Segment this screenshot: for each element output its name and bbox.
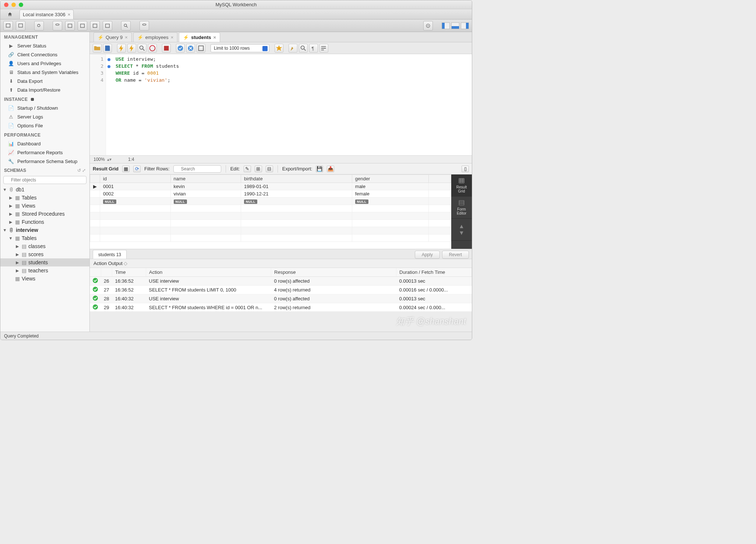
table-row[interactable]: 0002vivian1990-12-21female (90, 190, 451, 198)
nav-item-status-and-system-variables[interactable]: 🖥Status and System Variables (0, 68, 89, 77)
toggle-left-panel-button[interactable] (442, 22, 450, 29)
action-output-row[interactable]: 2916:40:32SELECT * FROM students WHERE i… (90, 303, 472, 312)
execute-current-button[interactable] (127, 44, 136, 53)
nav-item-server-logs[interactable]: ⚠Server Logs (0, 112, 89, 121)
nav-item-startup-shutdown[interactable]: 📄Startup / Shutdown (0, 103, 89, 112)
action-output-select[interactable]: Action Output (93, 261, 127, 266)
close-icon[interactable]: × (125, 35, 128, 40)
explain-button[interactable] (138, 44, 146, 53)
new-sql-tab-button[interactable] (3, 21, 13, 31)
db1-tables[interactable]: ▶▦Tables (0, 194, 89, 202)
action-output-row[interactable]: 2616:36:52USE interview0 row(s) affected… (90, 277, 472, 286)
dock-scroll[interactable]: ▲▼ (451, 219, 472, 241)
action-output-table[interactable]: TimeActionResponseDuration / Fetch Time2… (90, 268, 472, 311)
tab-employees[interactable]: ⚡employees× (133, 32, 177, 42)
minimize-window-button[interactable] (11, 3, 16, 7)
search-table-data-button[interactable] (121, 21, 131, 31)
interview-views-folder[interactable]: ▦Views (0, 275, 89, 283)
export-icon[interactable]: 💾 (316, 166, 323, 172)
action-output-row[interactable]: 2816:40:32USE interview0 row(s) affected… (90, 294, 472, 303)
create-schema-button[interactable] (53, 21, 62, 31)
toggle-bottom-panel-button[interactable] (451, 22, 459, 29)
result-grid[interactable]: idnamebirthdategender▶0001kevin1989-01-0… (90, 174, 451, 249)
nav-item-performance-reports[interactable]: 📈Performance Reports (0, 148, 89, 157)
row-limit-select[interactable]: Limit to 1000 rows (211, 44, 269, 52)
svg-rect-22 (459, 201, 464, 205)
connection-tab[interactable]: Local instance 3306 × (20, 10, 74, 19)
action-output-row[interactable]: 2716:36:52SELECT * FROM students LIMIT 0… (90, 286, 472, 294)
interview-tables-folder[interactable]: ▼▦Tables (0, 234, 89, 242)
find-button[interactable] (299, 44, 308, 53)
zoom-window-button[interactable] (19, 3, 23, 7)
import-icon[interactable]: 📥 (327, 166, 334, 172)
close-icon[interactable]: × (171, 35, 174, 40)
beautify-button[interactable] (289, 44, 297, 53)
nav-item-options-file[interactable]: 📄Options File (0, 121, 89, 130)
open-file-button[interactable] (93, 44, 102, 53)
table-row[interactable]: ▶0001kevin1989-01-01male (90, 183, 451, 190)
db1-stored-procedures[interactable]: ▶▦Stored Procedures (0, 210, 89, 218)
create-table-button[interactable] (65, 21, 75, 31)
result-tab[interactable]: students 13 (93, 250, 127, 259)
reconnect-button[interactable] (139, 21, 149, 31)
save-file-button[interactable] (103, 44, 112, 53)
table-row[interactable]: NULLNULLNULLNULL (90, 198, 451, 205)
settings-button[interactable] (423, 21, 433, 31)
wrap-button[interactable] (319, 44, 328, 53)
commit-button[interactable] (176, 44, 185, 53)
refresh-icon[interactable]: ⟳ (133, 166, 141, 172)
wrap-cell-icon[interactable]: ▯ (462, 166, 469, 172)
table-students[interactable]: ▶▤students (0, 258, 89, 266)
nav-item-server-status[interactable]: ▶Server Status (0, 41, 89, 50)
table-teachers[interactable]: ▶▤teachers (0, 266, 89, 275)
close-icon[interactable]: × (68, 12, 71, 17)
tab-students[interactable]: ⚡students× (179, 32, 220, 42)
svg-rect-1 (19, 24, 23, 27)
favorite-button[interactable] (275, 44, 283, 53)
schema-tools-icons[interactable]: ↺ ⤢ (77, 168, 86, 173)
toggle-autocommit-button[interactable] (162, 44, 171, 53)
close-window-button[interactable] (4, 3, 8, 7)
sql-editor[interactable]: 1234 USE interview; SELECT * FROM studen… (90, 54, 472, 155)
close-icon[interactable]: × (213, 35, 216, 40)
svg-rect-12 (31, 98, 34, 101)
nav-item-dashboard[interactable]: 📊Dashboard (0, 139, 89, 148)
nav-item-users-and-privileges[interactable]: 👤Users and Privileges (0, 59, 89, 68)
nav-item-data-import-restore[interactable]: ⬆Data Import/Restore (0, 85, 89, 94)
stop-button[interactable] (148, 44, 157, 53)
apply-button[interactable]: Apply (415, 251, 440, 259)
create-function-button[interactable] (103, 21, 112, 31)
tab-query-9[interactable]: ⚡Query 9× (93, 32, 132, 42)
grid-view-icon[interactable]: ▦ (122, 166, 130, 172)
inspector-button[interactable] (34, 21, 44, 31)
revert-button[interactable]: Revert (442, 251, 469, 259)
rollback-button[interactable] (186, 44, 195, 53)
filter-rows-input[interactable] (173, 165, 221, 173)
delete-row-icon[interactable]: ⊟ (266, 166, 273, 172)
db1-functions[interactable]: ▶▦Functions (0, 218, 89, 226)
db1-views[interactable]: ▶▦Views (0, 202, 89, 210)
table-scores[interactable]: ▶▤scores (0, 250, 89, 258)
nav-item-data-export[interactable]: ⬇Data Export (0, 77, 89, 85)
schema-interview[interactable]: ▼🛢interview (0, 226, 89, 234)
open-sql-script-button[interactable] (16, 21, 25, 31)
execute-button[interactable] (117, 44, 126, 53)
sql-code[interactable]: USE interview; SELECT * FROM students WH… (112, 54, 472, 155)
create-procedure-button[interactable] (90, 21, 100, 31)
home-button[interactable] (3, 10, 17, 19)
schema-db1[interactable]: ▼🛢db1 (0, 186, 89, 194)
toggle-whitespace-button[interactable] (197, 44, 205, 53)
toggle-invisible-button[interactable]: ¶ (309, 44, 318, 53)
table-classes[interactable]: ▶▤classes (0, 242, 89, 250)
toggle-right-panel-button[interactable] (461, 22, 469, 29)
nav-item-performance-schema-setup[interactable]: 🔧Performance Schema Setup (0, 157, 89, 166)
editor-status-bar: 100%▴▾ 1:4 (90, 155, 472, 163)
nav-item-client-connections[interactable]: 🔗Client Connections (0, 50, 89, 59)
dock-result-grid[interactable]: Result Grid (451, 174, 472, 197)
add-row-icon[interactable]: ⊞ (255, 166, 262, 172)
edit-row-icon[interactable]: ✎ (244, 166, 251, 172)
create-view-button[interactable] (78, 21, 87, 31)
svg-rect-4 (68, 24, 72, 27)
dock-form-editor[interactable]: Form Editor (451, 197, 472, 219)
schema-filter-input[interactable] (3, 176, 86, 184)
